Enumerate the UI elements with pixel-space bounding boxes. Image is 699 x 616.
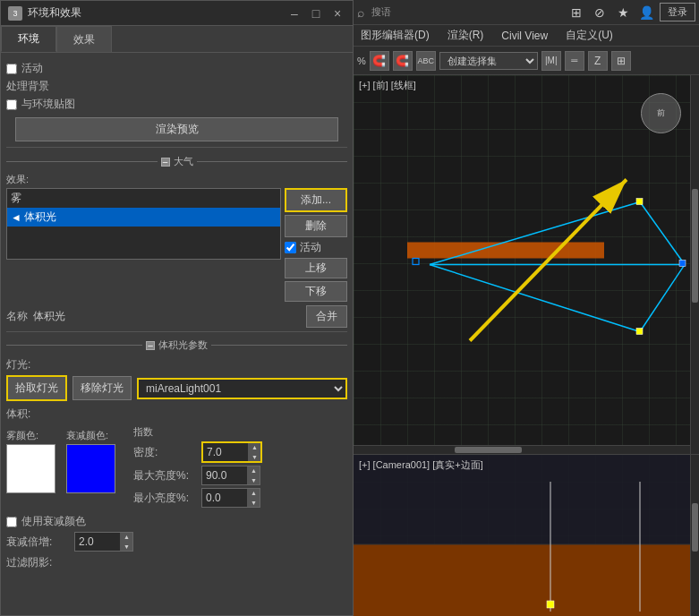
scrollbar-thumb-v-bottom: [692, 503, 698, 552]
login-button[interactable]: 登录: [660, 3, 695, 21]
effect-list-container: 雾 ◄ 体积光 添加... 删除 活动 上移 下移: [6, 188, 347, 302]
minimize-button[interactable]: –: [286, 5, 303, 21]
light-select[interactable]: miAreaLight001: [137, 378, 347, 399]
menu-render[interactable]: 渲染(R): [444, 26, 488, 45]
effect-item-fog[interactable]: 雾: [7, 189, 280, 208]
add-effect-button[interactable]: 添加...: [285, 188, 347, 212]
atten-mult-input[interactable]: [75, 534, 120, 550]
scrollbar-thumb-h: [455, 447, 522, 453]
density-down[interactable]: ▼: [249, 452, 260, 461]
atten-mult-row: 衰减倍增: ▲ ▼: [6, 532, 347, 552]
pick-light-button[interactable]: 拾取灯光: [6, 375, 67, 401]
svg-rect-17: [547, 601, 554, 608]
double-line-icon[interactable]: ═: [565, 51, 584, 71]
fog-color-swatch[interactable]: [6, 444, 55, 493]
effect-list[interactable]: 雾 ◄ 体积光: [6, 188, 281, 260]
nav-cube[interactable]: 前: [641, 93, 681, 133]
lights-label: 灯光:: [6, 357, 347, 372]
camera-scene-svg: [354, 455, 699, 616]
effect-buttons: 添加... 删除 活动 上移 下移: [285, 188, 347, 302]
close-button[interactable]: ×: [329, 5, 345, 21]
viewport-top[interactable]: [+] [前] [线框] 前: [354, 75, 699, 455]
atten-mult-up[interactable]: ▲: [121, 533, 132, 542]
menu-graph-editor[interactable]: 图形编辑器(D): [357, 26, 433, 45]
min-brightness-up[interactable]: ▲: [248, 489, 260, 498]
max-brightness-up[interactable]: ▲: [248, 466, 260, 475]
user-icon-btn[interactable]: 👤: [636, 3, 656, 22]
title-controls: – □ ×: [286, 5, 345, 21]
text-icon[interactable]: ABC: [416, 51, 436, 71]
min-brightness-spinbox: ▲ ▼: [201, 488, 260, 508]
index-group: 指数 密度: ▲ ▼ 最大亮度%:: [133, 425, 347, 510]
use-atten-checkbox[interactable]: [6, 517, 17, 527]
m-icon[interactable]: |M|: [541, 51, 561, 71]
render-preview-button[interactable]: 渲染预览: [15, 117, 338, 141]
title-bar: 3 环境和效果 – □ ×: [1, 1, 353, 26]
arrow-icon: ◄: [11, 211, 21, 224]
grid-select-icon[interactable]: ⊞: [611, 51, 631, 71]
max-brightness-down[interactable]: ▼: [248, 475, 260, 484]
left-panel: 3 环境和效果 – □ × 环境 效果 活动 处理背景 与环境贴图 渲染预览: [0, 0, 354, 616]
app-icon: 3: [8, 6, 22, 21]
grid-icon-btn[interactable]: ⊞: [567, 3, 586, 22]
remove-light-button[interactable]: 移除灯光: [72, 376, 132, 400]
max-brightness-input[interactable]: [202, 467, 247, 483]
maximize-button[interactable]: □: [308, 5, 324, 21]
magnet2-icon[interactable]: 🧲: [393, 51, 413, 71]
max-brightness-spinbox: ▲ ▼: [201, 466, 260, 485]
window-title: 环境和效果: [28, 5, 81, 21]
density-row: 密度: ▲ ▼: [133, 441, 347, 463]
name-label: 名称: [6, 309, 28, 324]
bg-label: 处理背景: [6, 79, 49, 94]
envmap-checkbox[interactable]: [6, 99, 17, 110]
tab-env[interactable]: 环境: [1, 26, 56, 52]
menu-customize[interactable]: 自定义(U): [562, 26, 617, 45]
viewport-bottom-scrollbar-v[interactable]: [690, 455, 699, 616]
selection-set-combo[interactable]: 创建选择集: [439, 52, 538, 70]
viewport-bottom-label: [+] [Camera001] [真实+边面]: [359, 458, 483, 472]
density-arrows: ▲ ▼: [248, 443, 260, 461]
viewports: [+] [前] [线框] 前: [354, 75, 699, 616]
magnet1-icon[interactable]: 🧲: [370, 51, 389, 71]
atmosphere-collapse[interactable]: –: [161, 158, 170, 167]
move-up-button[interactable]: 上移: [285, 258, 347, 278]
min-brightness-row: 最小亮度%: ▲ ▼: [133, 488, 347, 508]
grid-overlay: [354, 75, 699, 454]
z-icon[interactable]: Z: [588, 51, 608, 71]
filter-shadow-label: 过滤阴影:: [6, 555, 347, 570]
delete-effect-button[interactable]: 删除: [285, 215, 347, 237]
density-input[interactable]: [203, 444, 248, 460]
title-bar-left: 3 环境和效果: [8, 5, 81, 21]
atten-color-swatch[interactable]: [66, 444, 115, 493]
active-checkbox[interactable]: [6, 64, 17, 74]
viewport-bottom[interactable]: [+] [Camera001] [真实+边面]: [354, 455, 699, 616]
min-brightness-down[interactable]: ▼: [248, 498, 260, 507]
right-menubar: 图形编辑器(D) 渲染(R) Civil View 自定义(U): [354, 25, 699, 47]
atten-mult-down[interactable]: ▼: [121, 542, 132, 551]
vol-params-collapse[interactable]: –: [146, 341, 155, 350]
viewport-top-scrollbar-v[interactable]: [690, 75, 699, 454]
color-section: 雾颜色: 衰减颜色:: [6, 429, 115, 507]
density-up[interactable]: ▲: [249, 443, 260, 452]
envmap-checkbox-row: 与环境贴图: [6, 97, 347, 112]
active-label: 活动: [21, 61, 43, 76]
atten-mult-label: 衰减倍增:: [6, 535, 69, 550]
background-checkbox-row: 处理背景: [6, 79, 347, 94]
attenuation-color-group: 衰减颜色:: [66, 429, 115, 507]
min-brightness-input[interactable]: [202, 490, 247, 506]
merge-button[interactable]: 合并: [306, 305, 347, 328]
toolbar-percent: %: [357, 56, 366, 66]
effect-item-volumelight[interactable]: ◄ 体积光: [7, 208, 280, 227]
move-buttons: 上移 下移: [285, 258, 347, 302]
move-down-button[interactable]: 下移: [285, 281, 347, 302]
tab-effects[interactable]: 效果: [56, 26, 112, 52]
snap-icon-btn[interactable]: ⊘: [590, 3, 609, 22]
max-brightness-arrows: ▲ ▼: [247, 466, 260, 484]
atten-color-label: 衰减颜色:: [66, 429, 115, 442]
viewport-top-scrollbar-h[interactable]: [354, 445, 690, 454]
star-icon-btn[interactable]: ★: [613, 3, 633, 22]
active-effect-checkbox[interactable]: [285, 242, 296, 253]
menu-civil-view[interactable]: Civil View: [498, 28, 551, 44]
atten-mult-arrows: ▲ ▼: [120, 533, 132, 551]
svg-rect-13: [354, 544, 699, 616]
